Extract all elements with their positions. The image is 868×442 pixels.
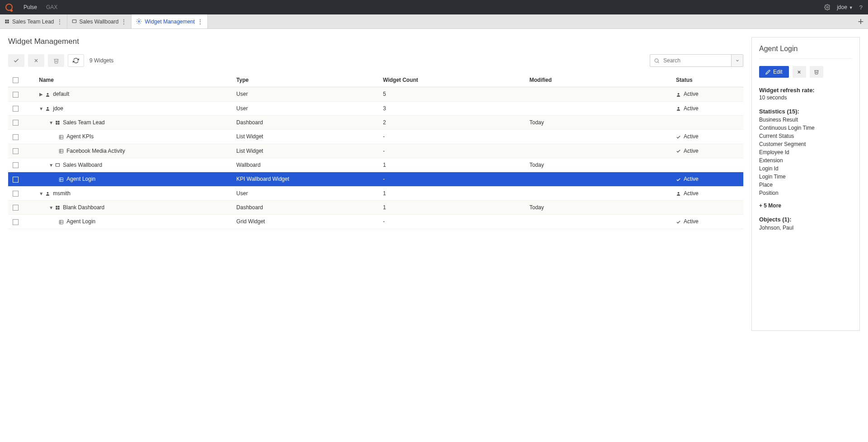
gear-icon[interactable] [824, 4, 830, 10]
row-checkbox[interactable] [13, 219, 19, 225]
svg-rect-3 [5, 22, 7, 24]
status-icon [676, 191, 681, 196]
tab-sales-wallboard[interactable]: Sales Wallboard⋮ [67, 14, 132, 28]
dashboard-icon [5, 19, 9, 24]
nav-gax[interactable]: GAX [46, 4, 57, 10]
table-row[interactable]: ▼Blank DashboardDashboard1Today [8, 200, 743, 214]
dashboard-icon [55, 205, 60, 210]
statistics-label: Statistics (15): [759, 108, 852, 115]
delete-button[interactable] [48, 54, 64, 67]
stat-item: Place [759, 181, 852, 189]
objects-label: Objects (1): [759, 216, 852, 223]
table-row[interactable]: ▶defaultUser5Active [8, 87, 743, 101]
svg-point-11 [47, 93, 49, 95]
row-checkbox[interactable] [13, 191, 19, 197]
details-panel: Agent Login Edit Widget refresh rate: 10… [751, 37, 860, 331]
table-row[interactable]: Agent KPIsList Widget-Active [8, 130, 743, 144]
stat-item: Employee Id [759, 148, 852, 156]
tab-menu-icon[interactable]: ⋮ [197, 19, 203, 25]
svg-rect-2 [7, 19, 9, 21]
table-row[interactable]: ▼msmithUser1Active [8, 186, 743, 200]
svg-rect-27 [56, 208, 58, 210]
svg-point-0 [826, 6, 828, 8]
delete-details-button[interactable] [810, 66, 823, 78]
svg-rect-16 [58, 121, 60, 123]
user-icon [45, 92, 50, 97]
tab-sales-team-lead[interactable]: Sales Team Lead⋮ [0, 14, 67, 28]
svg-rect-18 [58, 123, 60, 125]
svg-rect-21 [56, 164, 60, 166]
user-icon [45, 106, 50, 111]
help-icon[interactable]: ? [859, 4, 863, 11]
wallboard-icon [55, 163, 60, 168]
table-header: Name Type Widget Count Modified Status [8, 73, 743, 87]
cancel-button[interactable] [28, 54, 44, 67]
collapse-icon[interactable]: ▼ [39, 106, 43, 111]
tab-menu-icon[interactable]: ⋮ [121, 19, 127, 25]
more-stats-link[interactable]: + 5 More [759, 202, 852, 209]
add-tab-button[interactable]: + [854, 14, 868, 28]
stat-item: Extension [759, 156, 852, 165]
collapse-icon[interactable]: ▼ [39, 191, 43, 196]
svg-rect-15 [56, 121, 58, 123]
svg-point-12 [678, 93, 680, 95]
widget-count: 9 Widgets [89, 57, 113, 64]
page-title: Widget Management [8, 37, 743, 46]
row-checkbox[interactable] [13, 205, 19, 211]
tab-widget-management[interactable]: Widget Management⋮ [131, 14, 208, 28]
status-icon [676, 149, 681, 154]
tab-menu-icon[interactable]: ⋮ [57, 19, 62, 25]
table-row[interactable]: ▼jdoeUser3Active [8, 101, 743, 115]
search-dropdown[interactable] [731, 55, 743, 66]
svg-rect-4 [7, 22, 9, 24]
collapse-icon[interactable]: ▼ [49, 120, 53, 125]
search-input[interactable] [663, 57, 731, 64]
row-checkbox[interactable] [13, 120, 19, 126]
gear-icon [136, 19, 142, 24]
row-checkbox[interactable] [13, 162, 19, 168]
status-icon [676, 177, 681, 182]
svg-point-24 [678, 192, 680, 194]
stat-item: Login Id [759, 165, 852, 173]
status-icon [676, 106, 681, 111]
row-checkbox[interactable] [13, 134, 19, 140]
svg-point-14 [678, 107, 680, 109]
search-icon [650, 58, 663, 64]
expand-icon[interactable]: ▶ [39, 92, 43, 97]
nav-pulse[interactable]: Pulse [23, 4, 37, 10]
stat-item: Current Status [759, 132, 852, 140]
wallboard-icon [72, 19, 77, 24]
table-row[interactable]: ▼Sales WallboardWallboard1Today [8, 158, 743, 172]
row-checkbox[interactable] [13, 148, 19, 154]
row-checkbox[interactable] [13, 177, 19, 183]
user-menu[interactable]: jdoe▼ [837, 4, 853, 10]
collapse-icon[interactable]: ▼ [49, 163, 53, 168]
svg-rect-25 [56, 206, 58, 208]
row-checkbox[interactable] [13, 92, 19, 98]
close-details-button[interactable] [793, 66, 806, 78]
status-icon [676, 92, 681, 97]
stat-item: Customer Segment [759, 140, 852, 148]
user-icon [45, 191, 50, 196]
table-row[interactable]: ▼Sales Team LeadDashboard2Today [8, 115, 743, 129]
svg-point-6 [138, 21, 140, 22]
svg-rect-26 [58, 206, 60, 208]
select-all-checkbox[interactable] [13, 77, 19, 83]
table-row[interactable]: Agent LoginGrid Widget-Active [8, 215, 743, 229]
row-checkbox[interactable] [13, 106, 19, 112]
widget-icon [59, 149, 64, 154]
stat-item: Login Time [759, 173, 852, 181]
details-title: Agent Login [759, 45, 852, 59]
svg-point-23 [47, 192, 49, 194]
edit-button[interactable]: Edit [759, 66, 789, 78]
status-icon [676, 135, 681, 140]
widget-icon [59, 177, 64, 182]
table-row[interactable]: Facebook Media ActivityList Widget-Activ… [8, 144, 743, 158]
stat-item: Continuous Login Time [759, 124, 852, 132]
confirm-button[interactable] [8, 54, 24, 67]
collapse-icon[interactable]: ▼ [49, 205, 53, 210]
refresh-rate-label: Widget refresh rate: [759, 87, 852, 94]
refresh-button[interactable] [68, 54, 84, 67]
table-row[interactable]: Agent LoginKPI Wallboard Widget-Active [8, 172, 743, 186]
svg-line-10 [658, 62, 659, 63]
